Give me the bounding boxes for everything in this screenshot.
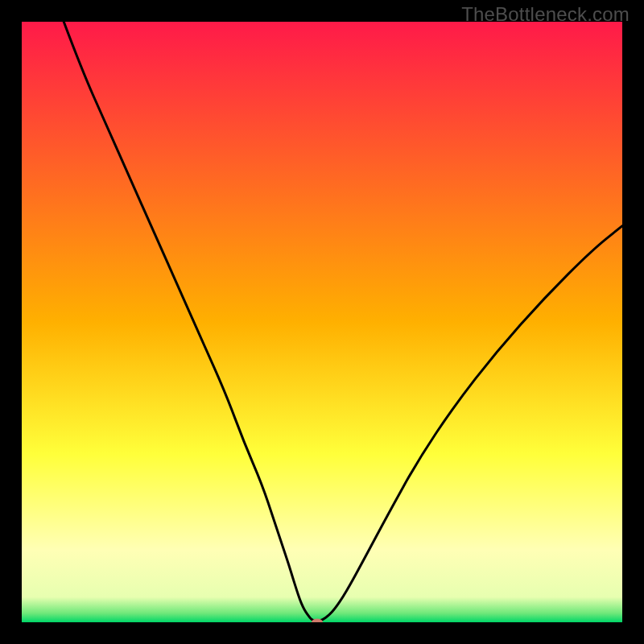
plot-area (22, 22, 622, 622)
gradient-background (22, 22, 622, 622)
chart-frame: TheBottleneck.com (0, 0, 644, 644)
plot-svg (22, 22, 622, 622)
watermark-text: TheBottleneck.com (461, 3, 630, 26)
